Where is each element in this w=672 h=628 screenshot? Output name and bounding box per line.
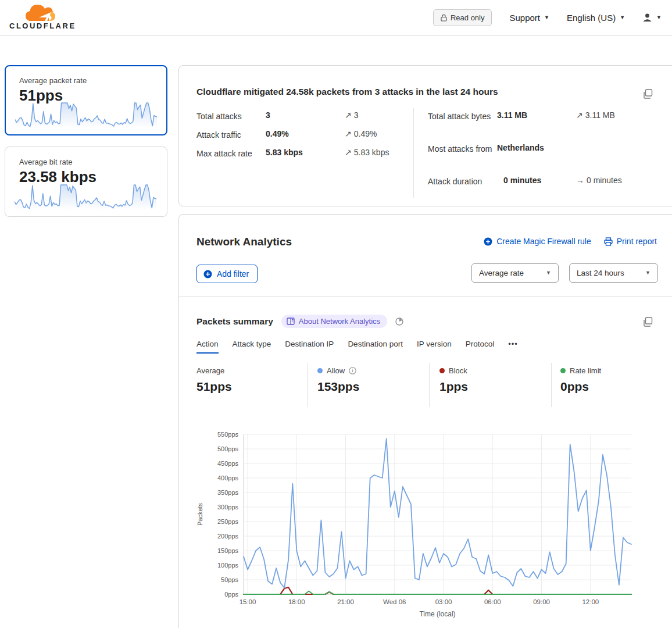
svg-text:Wed 06: Wed 06 bbox=[383, 598, 406, 605]
trend-up-icon: ↗ bbox=[345, 148, 352, 157]
metric-label: Average bit rate bbox=[19, 158, 167, 166]
svg-text:12:00: 12:00 bbox=[582, 598, 599, 605]
allow-dot-icon bbox=[317, 368, 323, 373]
lock-icon bbox=[441, 14, 447, 22]
svg-text:21:00: 21:00 bbox=[337, 598, 354, 605]
packets-summary-title: Packets summary bbox=[196, 316, 273, 327]
svg-text:100pps: 100pps bbox=[217, 562, 239, 569]
add-filter-button[interactable]: Add filter bbox=[196, 265, 258, 283]
svg-text:250pps: 250pps bbox=[217, 518, 239, 525]
card-section-divider bbox=[179, 296, 672, 297]
copy-icon[interactable] bbox=[643, 317, 653, 327]
legend-value: 153pps bbox=[317, 380, 359, 394]
svg-text:50pps: 50pps bbox=[221, 576, 238, 583]
plus-circle-icon bbox=[484, 237, 492, 246]
tab-action[interactable]: Action bbox=[196, 340, 219, 354]
svg-text:18:00: 18:00 bbox=[288, 598, 305, 605]
tab-destination-ip[interactable]: Destination IP bbox=[285, 340, 334, 354]
svg-text:06:00: 06:00 bbox=[484, 598, 501, 605]
legend-value: 1pps bbox=[439, 380, 468, 394]
printer-icon bbox=[604, 237, 613, 246]
network-analytics-title: Network Analytics bbox=[196, 236, 292, 248]
trend-up-icon: ↗ bbox=[345, 110, 352, 120]
stat-value: 5.83 kbps bbox=[266, 148, 303, 157]
support-label: Support bbox=[509, 13, 540, 23]
stat-label: Max attack rate bbox=[196, 148, 272, 160]
stat-label: Total attack bytes bbox=[428, 110, 496, 123]
chevron-down-icon: ▼ bbox=[544, 15, 549, 20]
legend-divider bbox=[429, 363, 430, 407]
metric-label: Average packet rate bbox=[19, 76, 166, 85]
about-badge-label: About Network Analytics bbox=[299, 317, 380, 326]
about-network-analytics-badge[interactable]: About Network Analytics bbox=[281, 315, 387, 328]
chevron-down-icon: ▼ bbox=[656, 15, 662, 20]
stats-divider bbox=[413, 108, 414, 198]
stat-value: 0.49% bbox=[266, 129, 289, 138]
svg-text:Packets: Packets bbox=[196, 502, 203, 526]
read-only-label: Read only bbox=[451, 13, 485, 22]
svg-text:400pps: 400pps bbox=[217, 474, 239, 481]
svg-text:500pps: 500pps bbox=[217, 445, 239, 452]
stat-delta: ↗3.11 MB bbox=[576, 110, 615, 120]
svg-text:09:00: 09:00 bbox=[533, 598, 550, 605]
legend-allow: Allow 153pps bbox=[317, 366, 359, 394]
tab-destination-port[interactable]: Destination port bbox=[348, 340, 403, 354]
account-menu[interactable]: ▼ bbox=[642, 13, 662, 22]
print-report-label: Print report bbox=[617, 237, 657, 246]
metric-card-bit-rate[interactable]: Average bit rate 23.58 kbps bbox=[5, 147, 167, 217]
user-icon bbox=[642, 13, 652, 22]
rate-limit-dot-icon bbox=[560, 368, 566, 373]
stat-delta: →0 minutes bbox=[576, 176, 622, 185]
create-rule-label: Create Magic Firewall rule bbox=[496, 237, 591, 246]
legend-divider bbox=[551, 363, 552, 407]
copy-icon[interactable] bbox=[643, 89, 653, 99]
metric-rate-select-value: Average rate bbox=[479, 269, 524, 277]
block-dot-icon bbox=[439, 368, 445, 373]
trend-up-icon: ↗ bbox=[576, 110, 583, 120]
svg-text:150pps: 150pps bbox=[217, 547, 239, 554]
arrow-right-icon: → bbox=[576, 176, 584, 185]
cloudflare-cloud-icon bbox=[23, 2, 59, 23]
print-report-link[interactable]: Print report bbox=[604, 237, 657, 246]
svg-text:300pps: 300pps bbox=[217, 504, 239, 511]
cloudflare-logo[interactable]: CLOUDFLARE bbox=[9, 2, 73, 30]
packets-time-series-chart[interactable]: 0pps50pps100pps150pps200pps250pps300pps3… bbox=[192, 428, 640, 626]
stat-label: Most attacks from bbox=[428, 143, 496, 156]
chevron-down-icon: ▼ bbox=[546, 270, 551, 276]
book-icon bbox=[287, 317, 295, 325]
legend-rate-limit: Rate limit 0pps bbox=[560, 366, 601, 394]
legend-stats-row: Average 51pps Allow 153pps Block 1pps bbox=[179, 363, 672, 409]
stat-label: Attack duration bbox=[428, 176, 503, 188]
bit-rate-sparkline bbox=[15, 184, 156, 212]
stat-delta: ↗3 bbox=[345, 110, 359, 120]
metric-card-packet-rate[interactable]: Average packet rate 51pps bbox=[5, 65, 167, 135]
summary-title: Cloudflare mitigated 24.58k packets from… bbox=[196, 87, 498, 97]
time-range-select[interactable]: Last 24 hours ▼ bbox=[569, 263, 658, 283]
svg-text:550pps: 550pps bbox=[217, 431, 239, 438]
chevron-down-icon: ▼ bbox=[645, 270, 650, 276]
metric-rate-select[interactable]: Average rate ▼ bbox=[471, 263, 559, 283]
legend-label: Average bbox=[196, 366, 224, 375]
time-range-select-value: Last 24 hours bbox=[577, 269, 624, 277]
svg-text:450pps: 450pps bbox=[217, 460, 239, 467]
create-magic-firewall-rule-link[interactable]: Create Magic Firewall rule bbox=[484, 237, 591, 246]
top-header: CLOUDFLARE Read only Support ▼ English (… bbox=[0, 0, 672, 35]
tab-attack-type[interactable]: Attack type bbox=[233, 340, 271, 354]
stat-delta: ↗0.49% bbox=[345, 129, 377, 138]
stat-value: Netherlands bbox=[497, 143, 544, 152]
language-label: English (US) bbox=[567, 13, 616, 23]
legend-label: Rate limit bbox=[570, 366, 601, 375]
legend-average: Average 51pps bbox=[196, 366, 232, 394]
history-clock-icon[interactable] bbox=[395, 317, 403, 326]
legend-label: Block bbox=[449, 366, 467, 375]
tab-ip-version[interactable]: IP version bbox=[417, 340, 452, 354]
legend-label: Allow bbox=[327, 366, 345, 375]
attack-summary-card: Cloudflare mitigated 24.58k packets from… bbox=[178, 65, 672, 206]
language-menu[interactable]: English (US) ▼ bbox=[567, 13, 625, 23]
tab-protocol[interactable]: Protocol bbox=[466, 340, 495, 354]
legend-value: 0pps bbox=[560, 380, 601, 394]
info-icon[interactable] bbox=[349, 367, 356, 374]
support-menu[interactable]: Support ▼ bbox=[509, 13, 549, 23]
legend-block: Block 1pps bbox=[439, 366, 468, 394]
tabs-more-button[interactable]: ••• bbox=[508, 340, 518, 354]
